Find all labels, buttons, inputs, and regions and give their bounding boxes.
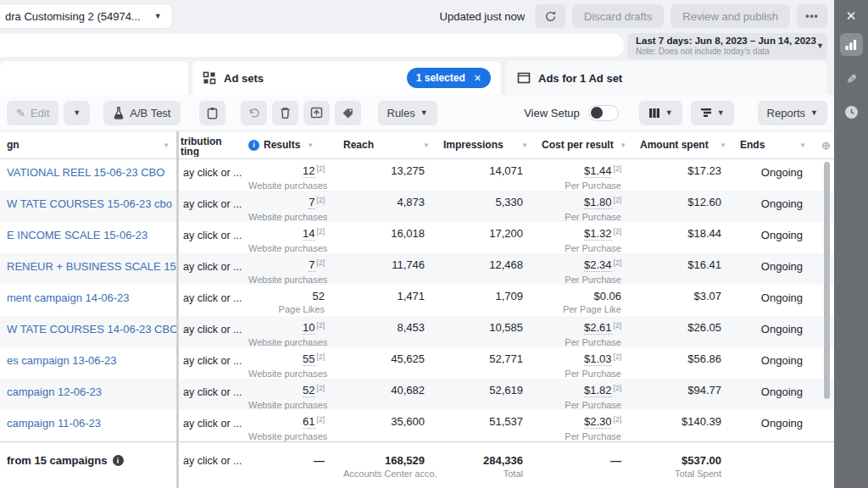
results-value[interactable]: 10 (303, 321, 314, 335)
sort-caret-icon[interactable]: ▼ (307, 141, 314, 149)
table-row[interactable]: campaign 12-06-23 ay click or ... 52[2] … (0, 379, 834, 410)
campaign-name-link[interactable]: RENEUR + BUSINESS SCALE 15-06-23 (7, 260, 176, 273)
edit-dropdown-button[interactable]: ▼ (64, 101, 90, 125)
results-value[interactable]: 52 (303, 384, 314, 397)
sort-caret-icon[interactable]: ▼ (423, 141, 430, 149)
column-header-ends[interactable]: Ends ▼ (733, 139, 813, 151)
cost-per-result-cell: $1.03[2] Per Purchase (535, 347, 633, 379)
table-row[interactable]: E INCOME SCALE 15-06-23 ay click or ... … (0, 222, 834, 253)
results-value[interactable]: 61 (303, 415, 314, 429)
ad-account-selector[interactable]: dra Customising 2 (54974... ▼ (0, 4, 172, 28)
selected-count-badge[interactable]: 1 selected ✕ (407, 68, 491, 88)
refresh-button[interactable] (535, 4, 565, 28)
amount-spent-cell: $94.77 (633, 379, 733, 410)
tab-ad-sets-label: Ad sets (224, 72, 264, 85)
campaign-name-link[interactable]: ment campaign 14-06-23 (7, 291, 130, 304)
summary-attribution: ay click or ... (183, 455, 242, 467)
cost-value[interactable]: $1.82 (584, 384, 612, 397)
sort-caret-icon[interactable]: ▼ (163, 141, 170, 149)
table-row[interactable]: campaign 11-06-23 ay click or ... 61[2] … (0, 410, 834, 441)
sort-caret-icon[interactable]: ▼ (720, 141, 726, 149)
cost-value[interactable]: $1.44 (584, 164, 612, 178)
columns-button[interactable]: ▼ (639, 101, 682, 125)
results-value[interactable]: 7 (309, 196, 314, 209)
results-value[interactable]: 12 (303, 164, 314, 178)
results-value[interactable]: 14 (303, 227, 314, 241)
cost-value[interactable]: $1.32 (584, 227, 612, 241)
view-setup-toggle[interactable] (588, 105, 619, 121)
cost-value[interactable]: $2.61 (584, 321, 612, 335)
info-icon[interactable]: i (113, 455, 124, 466)
add-column-button[interactable]: ⊕ (813, 139, 834, 152)
column-header-amount-spent[interactable]: Amount spent ▼ (633, 139, 733, 151)
history-tool[interactable] (840, 101, 863, 124)
more-options-button[interactable]: ••• (797, 4, 827, 28)
revert-button[interactable] (241, 101, 267, 125)
column-header-attribution[interactable]: tribution ting (176, 133, 242, 157)
impressions-cell: 51,537 (437, 410, 535, 441)
cost-value[interactable]: $2.34 (584, 258, 612, 272)
frozen-column-divider[interactable] (176, 131, 179, 488)
campaign-name-link[interactable]: W TATE COURSES 15-06-23 cbo (7, 197, 172, 210)
campaign-name-link[interactable]: campaign 11-06-23 (7, 417, 101, 430)
table-row[interactable]: es campaign 13-06-23 ay click or ... 55[… (0, 347, 834, 379)
performance-charts-tool[interactable] (840, 33, 863, 56)
column-header-campaign[interactable]: gn ▼ (0, 139, 176, 151)
sort-caret-icon[interactable]: ▼ (799, 141, 806, 149)
cost-value[interactable]: $1.03 (584, 352, 612, 366)
table-row[interactable]: ment campaign 14-06-23 ay click or ... 5… (0, 285, 834, 316)
results-value[interactable]: 55 (303, 352, 314, 366)
reach-header-label: Reach (343, 139, 374, 151)
cost-value[interactable]: $1.80 (584, 196, 612, 209)
breakdown-icon (700, 108, 712, 118)
review-and-publish-button[interactable]: Review and publish (670, 4, 790, 28)
campaign-name-link[interactable]: es campaign 13-06-23 (7, 354, 116, 367)
column-header-impressions[interactable]: Impressions ▼ (437, 139, 535, 151)
campaign-name-link[interactable]: VATIONAL REEL 15-06-23 CBO (7, 166, 164, 179)
table-row[interactable]: VATIONAL REEL 15-06-23 CBO ay click or .… (0, 159, 834, 191)
column-header-reach[interactable]: Reach ▼ (337, 139, 437, 151)
results-value[interactable]: 7 (309, 258, 314, 272)
sort-caret-icon[interactable]: ▼ (521, 141, 528, 149)
campaign-name-link[interactable]: campaign 12-06-23 (7, 385, 102, 398)
ends-cell: Ongoing (733, 410, 813, 441)
date-range-selector[interactable]: Last 7 days: Jun 8, 2023 – Jun 14, 2023 … (627, 33, 827, 59)
column-header-cost-per-result[interactable]: Cost per result ▼ (535, 139, 633, 151)
clear-selection-icon[interactable]: ✕ (474, 73, 481, 84)
reports-button[interactable]: Reports ▼ (758, 101, 827, 125)
tab-campaigns[interactable] (0, 61, 188, 95)
tab-ads[interactable]: Ads for 1 Ad set (505, 61, 827, 95)
cost-per-result-cell: $1.44[2] Per Purchase (535, 159, 633, 191)
campaign-name-link[interactable]: W TATE COURSES 14-06-23 CBO (7, 323, 176, 336)
cost-value[interactable]: $2.30 (584, 415, 612, 429)
column-header-results[interactable]: i Results ▼ (242, 139, 337, 151)
vertical-scrollbar-thumb[interactable] (824, 162, 830, 399)
breakdown-button[interactable]: ▼ (691, 101, 734, 125)
tags-button[interactable] (335, 101, 361, 125)
delete-button[interactable] (272, 101, 298, 125)
edit-button[interactable]: ✎ Edit (7, 101, 58, 125)
close-icon[interactable]: ✕ (846, 9, 857, 22)
table-row[interactable]: W TATE COURSES 14-06-23 CBO ay click or … (0, 316, 834, 347)
results-value[interactable]: 52 (313, 290, 325, 302)
date-range-note: Note: Does not include today's data (636, 47, 816, 57)
cost-sublabel: Per Purchase (542, 399, 621, 410)
rules-button[interactable]: Rules ▼ (378, 101, 437, 125)
table-toolbar: ✎ Edit ▼ A/B Test Rules ▼ (0, 95, 834, 131)
view-setup-label: View Setup (524, 107, 580, 119)
sort-caret-icon[interactable]: ▼ (620, 141, 626, 149)
edit-tool[interactable]: ✎ (840, 67, 863, 90)
info-icon[interactable]: i (248, 140, 259, 151)
cost-value[interactable]: $0.06 (593, 290, 621, 302)
tab-ad-sets[interactable]: Ad sets 1 selected ✕ (192, 61, 501, 95)
campaign-name-link[interactable]: E INCOME SCALE 15-06-23 (7, 229, 147, 241)
discard-drafts-button[interactable]: Discard drafts (572, 4, 664, 28)
impressions-cell: 14,071 (437, 159, 535, 191)
duplicate-button[interactable] (199, 101, 225, 125)
ab-test-button[interactable]: A/B Test (103, 101, 180, 125)
search-input[interactable] (0, 34, 624, 57)
table-row[interactable]: W TATE COURSES 15-06-23 cbo ay click or … (0, 191, 834, 222)
export-button[interactable] (303, 101, 330, 125)
cost-footnote: [2] (614, 196, 621, 204)
table-row[interactable]: RENEUR + BUSINESS SCALE 15-06-23 ay clic… (0, 253, 834, 285)
